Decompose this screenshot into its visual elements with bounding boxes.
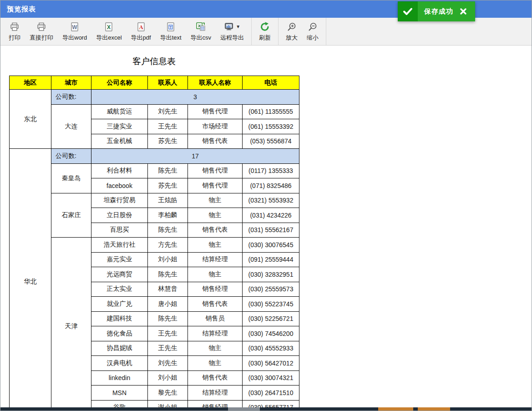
company-name-cell: linkedin [91,370,148,386]
report-preview-area: 客户信息表 地区城市公司名称联系人联系人名称电话 东北公司数:3大连威航货运刘先… [1,46,531,407]
toolbar-separator [278,18,279,45]
window-title: 预览报表 [7,5,36,14]
phone-cell: (030) 74546200 [243,326,299,341]
zoom-out-button[interactable]: 缩小 [302,18,323,45]
customer-info-table: 地区城市公司名称联系人联系人名称电话 东北公司数:3大连威航货运刘先生销售代理(… [9,76,299,407]
contact-cell: 陈先生 [148,163,188,178]
print-label: 打印 [9,34,20,42]
contact-cell: 黎先生 [148,386,188,401]
phone-cell: (030) 55223745 [243,297,299,312]
company-name-cell: 威航货运 [91,104,148,119]
column-header: 联系人名称 [188,76,243,90]
phone-cell: (031) 4234226 [243,208,299,223]
close-icon[interactable] [458,8,469,15]
toast-message: 保存成功 [424,7,453,16]
toolbar: 打印 直接打印 W 导出word X 导出excel A 导出pdf T 导出t… [0,18,532,46]
report-title: 客户信息表 [9,56,299,67]
remote-export-button[interactable]: ▼ 远程导出 [216,18,248,45]
group-summary-row: 华北公司数:17 [10,149,299,164]
export-excel-button[interactable]: X 导出excel [91,18,126,45]
phone-cell: (030) 26471510 [243,386,299,401]
contact-title-cell: 销售代理 [188,163,243,178]
company-name-cell: 百思买 [91,223,148,238]
phone-cell: (030) 30074321 [243,370,299,386]
export-excel-label: 导出excel [96,34,122,42]
print-button[interactable]: 打印 [4,18,25,45]
export-text-label: 导出text [160,34,182,42]
export-pdf-button[interactable]: A 导出pdf [127,18,156,45]
excel-file-icon: X [104,21,114,32]
contact-title-cell: 销售经理 [188,400,243,407]
svg-text:T: T [169,25,172,30]
phone-cell: (030) 52256721 [243,311,299,326]
city-cell: 大连 [51,104,91,149]
taskbar-strip [0,407,532,411]
check-icon [398,1,418,21]
zoom-in-button[interactable]: 放大 [281,18,302,45]
contact-title-cell: 销售经理 [188,282,243,297]
table-header: 地区城市公司名称联系人联系人名称电话 [10,76,299,90]
contact-cell: 陈先生 [148,223,188,238]
company-count-label: 公司数: [51,149,91,164]
svg-text:W: W [72,24,77,30]
contact-title-cell: 物主 [188,193,243,208]
contact-title-cell: 物主 [188,208,243,223]
phone-cell: (071) 8325486 [243,178,299,193]
column-header: 地区 [10,76,51,90]
company-count-value: 17 [91,149,299,164]
export-csv-button[interactable]: X 导出csv [186,18,216,45]
contact-title-cell: 销售代理 [188,178,243,193]
column-header: 城市 [51,76,91,90]
contact-cell: 刘小姐 [148,252,188,267]
contact-cell: 刘先生 [148,104,188,119]
contact-cell: 王先生 [148,326,188,341]
company-name-cell: 就业广兑 [91,297,148,312]
contact-title-cell: 物主 [188,356,243,371]
word-file-icon: W [70,21,80,32]
phone-cell: (030) 32832951 [243,267,299,282]
svg-text:X: X [107,24,111,30]
table-row: 石家庄坦森行贸易王炫皓物主(0321) 5553932 [10,193,299,208]
toolbar-separator [326,18,326,45]
remote-export-icon [224,21,234,33]
header-row: 地区城市公司名称联系人联系人名称电话 [10,76,299,90]
contact-title-cell: 结算经理 [188,386,243,401]
refresh-label: 刷新 [259,34,271,42]
company-name-cell: 立日股份 [91,208,148,223]
csv-file-icon: X [195,21,206,32]
company-name-cell: 坦森行贸易 [91,193,148,208]
taskbar-segment [378,407,413,411]
company-name-cell: 嘉元实业 [91,252,148,267]
toolbar-separator [251,18,252,45]
phone-cell: (061) 11355555 [243,104,299,119]
contact-title-cell: 市场经理 [188,119,243,134]
city-cell: 天津 [51,238,91,408]
column-header: 电话 [243,76,299,90]
export-word-button[interactable]: W 导出word [58,18,91,45]
taskbar-segment [228,407,260,411]
city-cell: 石家庄 [51,193,91,238]
direct-print-button[interactable]: 直接打印 [25,18,58,45]
contact-title-cell: 结算经理 [188,252,243,267]
contact-title-cell: 销售代表 [188,134,243,149]
company-count-value: 3 [91,90,299,105]
region-cell: 东北 [10,90,51,149]
region-cell: 华北 [10,149,51,408]
contact-title-cell: 物主 [188,341,243,356]
contact-title-cell: 销售员 [188,311,243,326]
company-name-cell: 德化食品 [91,326,148,341]
company-name-cell: 五金机械 [91,134,148,149]
contact-cell: 陈先生 [148,311,188,326]
phone-cell: (061) 15553392 [243,119,299,134]
phone-cell: (030) 25559573 [243,282,299,297]
phone-cell: (031) 55562167 [243,223,299,238]
contact-title-cell: 销售代表 [188,297,243,312]
refresh-button[interactable]: 刷新 [254,18,275,45]
contact-cell: 苏先生 [148,134,188,149]
zoom-in-label: 放大 [286,34,298,42]
export-text-button[interactable]: T 导出text [156,18,186,45]
contact-cell: 刘小姐 [148,370,188,386]
column-header: 公司名称 [91,76,148,90]
table-row: 大连威航货运刘先生销售代理(061) 11355555 [10,104,299,119]
contact-cell: 王先生 [148,341,188,356]
